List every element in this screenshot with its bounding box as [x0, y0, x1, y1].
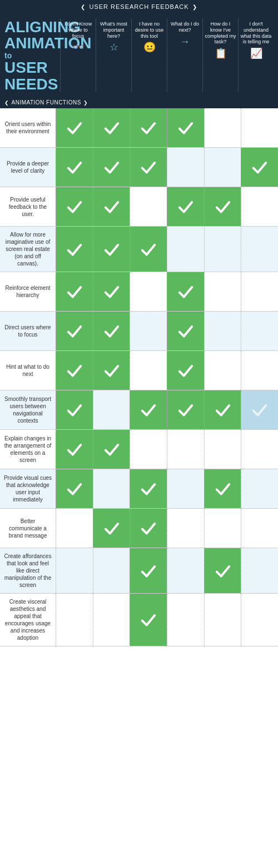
cell-r5-c4 [167, 272, 204, 311]
cell-r13-c1 [56, 594, 93, 646]
row-label-12: Create affordances that look and feel li… [0, 548, 56, 593]
cell-r7-c6 [241, 351, 278, 390]
cell-r12-c5 [204, 548, 241, 593]
cell-r2-c1 [56, 148, 93, 187]
cell-r8-c5 [204, 390, 241, 429]
col-icon-6: 📈 [250, 48, 262, 58]
cell-r6-c4 [167, 312, 204, 350]
cell-r7-c5 [204, 351, 241, 390]
cell-r5-c1 [56, 272, 93, 311]
checkmark-icon [140, 562, 157, 580]
cell-r4-c4 [167, 227, 204, 272]
checkmark-icon [66, 240, 83, 258]
checkmark-icon [66, 322, 83, 340]
row-cells-7 [56, 351, 278, 390]
col-label-4: What do I do next? [169, 21, 201, 33]
checkmark-icon [140, 611, 157, 629]
checkmark-icon [66, 158, 83, 176]
cell-r9-c5 [204, 430, 241, 469]
cell-r10-c2 [93, 469, 130, 508]
cell-r12-c4 [167, 548, 204, 593]
cell-r1-c4 [167, 108, 204, 147]
cell-r7-c2 [93, 351, 130, 390]
cell-r8-c4 [167, 390, 204, 429]
row-cells-5 [56, 272, 278, 311]
cell-r9-c6 [241, 430, 278, 469]
functions-chevron-left: ❮ [4, 100, 9, 106]
cell-r9-c1 [56, 430, 93, 469]
cell-r10-c3 [130, 469, 167, 508]
cell-r2-c2 [93, 148, 130, 187]
col-icon-4: → [180, 37, 190, 47]
checkmark-icon [140, 158, 157, 176]
col-icon-5: 📋 [215, 48, 227, 58]
cell-r13-c4 [167, 594, 204, 646]
page-title: ALIGNING ANIMATION to USER NEEDS [4, 19, 60, 92]
cell-r3-c6 [241, 187, 278, 226]
checkmark-icon [66, 401, 83, 419]
row-cells-11 [56, 509, 278, 548]
table-row: Allow for more imaginative use of screen… [0, 227, 278, 272]
checkmark-icon [140, 401, 157, 419]
row-label-13: Create visceral aesthetics and appeal th… [0, 594, 56, 646]
checkmark-icon [103, 158, 121, 176]
cell-r9-c4 [167, 430, 204, 469]
top-bar-label: USER RESEARCH FEEDBACK [89, 3, 188, 10]
cell-r8-c2 [93, 390, 130, 429]
cell-r11-c5 [204, 509, 241, 548]
checkmark-icon [103, 198, 121, 215]
checkmark-icon [66, 362, 83, 379]
cell-r11-c6 [241, 509, 278, 548]
row-label-10: Provide visual cues that acknowledge use… [0, 469, 56, 508]
col-header-3: I have no desire to use this tool😐 [131, 19, 167, 92]
checkmark-icon [214, 480, 232, 498]
cell-r11-c1 [56, 509, 93, 548]
checkmark-icon [140, 119, 157, 137]
cell-r2-c6 [241, 148, 278, 187]
cell-r10-c6 [241, 469, 278, 508]
row-label-6: Direct users where to focus [0, 312, 56, 350]
cell-r2-c4 [167, 148, 204, 187]
cell-r3-c4 [167, 187, 204, 226]
cell-r6-c1 [56, 312, 93, 350]
cell-r4-c6 [241, 227, 278, 272]
cell-r11-c2 [93, 509, 130, 548]
checkmark-icon [66, 480, 83, 498]
checkmark-icon [103, 362, 121, 379]
row-label-5: Reinforce element hierarchy [0, 272, 56, 311]
cell-r5-c2 [93, 272, 130, 311]
cell-r4-c1 [56, 227, 93, 272]
table-row: Explain changes in the arrangement of el… [0, 430, 278, 469]
cell-r8-c6 [241, 390, 278, 429]
chevron-left-icon: ❮ [81, 4, 86, 10]
cell-r9-c3 [130, 430, 167, 469]
checkmark-icon [103, 519, 121, 537]
chevron-right-icon: ❯ [192, 4, 197, 10]
col-icon-2: ☆ [110, 42, 118, 52]
functions-chevron-right: ❯ [83, 100, 88, 106]
row-cells-9 [56, 430, 278, 469]
cell-r4-c2 [93, 227, 130, 272]
col-header-2: What's most important here?☆ [96, 19, 131, 92]
title-area: ALIGNING ANIMATION to USER NEEDS I don't… [0, 13, 278, 97]
row-cells-6 [56, 312, 278, 350]
row-cells-2 [56, 148, 278, 187]
cell-r6-c5 [204, 312, 241, 350]
functions-bar[interactable]: ❮ ANIMATION FUNCTIONS ❯ [0, 97, 278, 108]
row-cells-3 [56, 187, 278, 226]
table-row: Smoothly transport users between navigat… [0, 390, 278, 430]
row-cells-12 [56, 548, 278, 593]
col-header-6: I don't understand what this data is tel… [238, 19, 274, 92]
cell-r12-c2 [93, 548, 130, 593]
row-label-4: Allow for more imaginative use of screen… [0, 227, 56, 272]
row-label-9: Explain changes in the arrangement of el… [0, 430, 56, 469]
table-row: Create visceral aesthetics and appeal th… [0, 594, 278, 646]
col-icon-1: 👓 [72, 42, 85, 52]
checkmark-icon [251, 158, 269, 176]
cell-r1-c5 [204, 108, 241, 147]
cell-r10-c1 [56, 469, 93, 508]
row-label-7: Hint at what to do next [0, 351, 56, 390]
row-cells-10 [56, 469, 278, 508]
cell-r12-c6 [241, 548, 278, 593]
checkmark-icon [103, 322, 121, 340]
